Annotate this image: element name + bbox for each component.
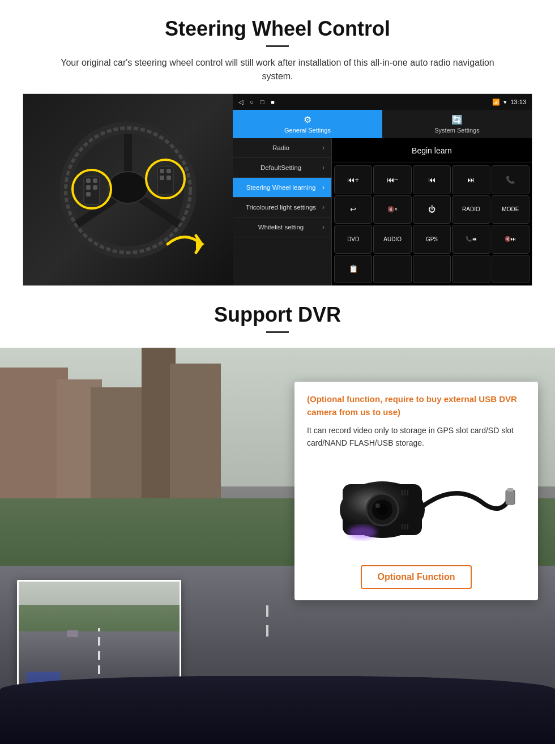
- optional-function-button[interactable]: Optional Function: [361, 565, 472, 589]
- begin-learn-row: Begin learn: [332, 138, 532, 163]
- menu-item-radio[interactable]: Radio ›: [233, 138, 331, 158]
- menu-item-steering-label: Steering Wheel learning: [240, 184, 322, 191]
- svg-point-28: [348, 526, 377, 539]
- ctrl-phone[interactable]: 📞: [492, 165, 530, 194]
- svg-rect-11: [86, 192, 91, 197]
- ctrl-power[interactable]: ⏻: [413, 195, 451, 224]
- menu-item-steering[interactable]: Steering Wheel learning ›: [233, 178, 331, 198]
- svg-point-5: [108, 172, 148, 203]
- dvr-title: Support DVR: [0, 303, 555, 327]
- svg-rect-15: [160, 176, 164, 180]
- dashboard-bottom: [0, 676, 555, 744]
- menu-item-default-label: DefaultSetting: [240, 164, 322, 171]
- menu-item-whitelist[interactable]: Whitelist setting ›: [233, 217, 331, 237]
- status-time: 13:13: [510, 99, 526, 105]
- ctrl-mute[interactable]: 🔇×: [373, 195, 411, 224]
- page-title: Steering Wheel Control: [23, 17, 532, 41]
- ctrl-radio[interactable]: RADIO: [452, 195, 490, 224]
- ctrl-back[interactable]: ↩: [334, 195, 372, 224]
- ctrl-audio[interactable]: AUDIO: [373, 225, 411, 254]
- home-nav-icon[interactable]: ○: [250, 99, 254, 106]
- svg-rect-7: [86, 178, 91, 183]
- control-buttons-grid: ⏮+ ⏮− ⏮ ⏭ 📞 ↩ 🔇× ⏻ RADIO MODE DVD AUDIO: [332, 163, 532, 285]
- ctrl-empty2: [413, 255, 451, 284]
- dvr-optional-text: (Optional function, require to buy exter…: [307, 393, 526, 418]
- tab-general-settings[interactable]: ⚙ General Settings: [233, 110, 382, 138]
- ctrl-vol-up[interactable]: ⏮+: [334, 165, 372, 194]
- dvr-title-divider: [266, 331, 289, 333]
- tab-system-settings[interactable]: 🔄 System Settings: [382, 110, 532, 138]
- ctrl-empty3: [452, 255, 490, 284]
- system-icon: 🔄: [451, 114, 463, 125]
- ctrl-mute-next[interactable]: 🔇⏭: [492, 225, 530, 254]
- dvr-info-card: (Optional function, require to buy exter…: [294, 382, 538, 600]
- steering-wheel: [60, 122, 196, 258]
- ctrl-next[interactable]: ⏭: [452, 165, 490, 194]
- android-right-panel: Begin learn ⏮+ ⏮− ⏮ ⏭ 📞 ↩ 🔇× ⏻: [332, 138, 532, 285]
- chevron-icon: ›: [322, 164, 325, 172]
- svg-rect-16: [166, 176, 171, 180]
- svg-rect-14: [166, 169, 171, 173]
- section-subtitle: Your original car's steering wheel contr…: [51, 56, 504, 83]
- ctrl-empty1: [373, 255, 411, 284]
- settings-icon: ⚙: [304, 114, 311, 125]
- dvr-description-text: It can record video only to storage in G…: [307, 424, 526, 450]
- android-menu: Radio › DefaultSetting › Steering Wheel …: [233, 138, 332, 285]
- steering-demo: ◁ ○ □ ■ 📶 ▾ 13:13 ⚙ General Settings: [23, 93, 532, 286]
- chevron-icon: ›: [322, 183, 325, 191]
- recent-nav-icon[interactable]: □: [261, 99, 264, 106]
- menu-item-radio-label: Radio: [240, 144, 322, 151]
- menu-nav-icon[interactable]: ■: [271, 99, 275, 106]
- ctrl-extra[interactable]: 📋: [334, 255, 372, 284]
- dvr-section: Support DVR: [0, 286, 555, 744]
- wifi-icon: ▾: [503, 99, 507, 106]
- ctrl-mode[interactable]: MODE: [492, 195, 530, 224]
- android-content: Radio › DefaultSetting › Steering Wheel …: [233, 138, 532, 285]
- menu-item-whitelist-label: Whitelist setting: [240, 224, 322, 230]
- svg-point-25: [375, 503, 380, 508]
- svg-rect-26: [506, 490, 515, 505]
- status-bar-right: 📶 ▾ 13:13: [492, 99, 526, 106]
- nav-icons: ◁ ○ □ ■: [238, 99, 275, 106]
- begin-learn-button[interactable]: Begin learn: [412, 146, 452, 155]
- android-tabs: ⚙ General Settings 🔄 System Settings: [233, 110, 532, 138]
- steering-photo: [23, 94, 233, 286]
- svg-rect-27: [507, 488, 513, 492]
- steering-wheel-section: Steering Wheel Control Your original car…: [0, 0, 555, 286]
- title-divider: [266, 45, 289, 47]
- arrow-icon: [162, 224, 213, 264]
- ctrl-dvd[interactable]: DVD: [334, 225, 372, 254]
- chevron-icon: ›: [322, 144, 325, 152]
- chevron-icon: ›: [322, 223, 325, 231]
- optional-button-container: Optional Function: [307, 561, 526, 589]
- road-line: [98, 628, 100, 674]
- android-screen: ◁ ○ □ ■ 📶 ▾ 13:13 ⚙ General Settings: [233, 94, 532, 285]
- back-nav-icon[interactable]: ◁: [238, 99, 243, 106]
- tab-general-label: General Settings: [284, 127, 331, 134]
- dvr-camera-svg: [309, 459, 524, 561]
- svg-rect-13: [160, 169, 164, 173]
- signal-icon: 📶: [492, 99, 500, 106]
- svg-rect-8: [93, 178, 97, 183]
- menu-item-default[interactable]: DefaultSetting ›: [233, 158, 331, 178]
- ctrl-vol-down[interactable]: ⏮−: [373, 165, 411, 194]
- ctrl-phone-prev[interactable]: 📞⏮: [452, 225, 490, 254]
- ctrl-empty4: [492, 255, 530, 284]
- tab-system-label: System Settings: [434, 127, 479, 134]
- dvr-background: (Optional function, require to buy exter…: [0, 348, 555, 744]
- chevron-icon: ›: [322, 203, 325, 211]
- android-statusbar: ◁ ○ □ ■ 📶 ▾ 13:13: [233, 94, 532, 110]
- ctrl-gps[interactable]: GPS: [413, 225, 451, 254]
- svg-rect-10: [93, 185, 97, 190]
- dvr-header: Support DVR: [0, 286, 555, 348]
- dvr-camera-illustration: [307, 459, 526, 561]
- ctrl-prev[interactable]: ⏮: [413, 165, 451, 194]
- menu-item-tricoloured-label: Tricoloured light settings: [240, 204, 322, 211]
- svg-rect-9: [86, 185, 91, 190]
- menu-item-tricoloured[interactable]: Tricoloured light settings ›: [233, 198, 331, 217]
